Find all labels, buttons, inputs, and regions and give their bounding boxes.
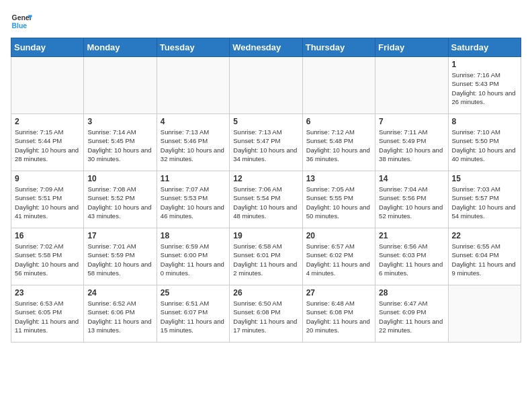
weekday-header-tuesday: Tuesday bbox=[157, 38, 229, 57]
day-info: Sunrise: 7:07 AM Sunset: 5:53 PM Dayligh… bbox=[161, 185, 226, 220]
week-row-1: 1Sunrise: 7:16 AM Sunset: 5:43 PM Daylig… bbox=[11, 57, 521, 114]
day-number: 27 bbox=[306, 288, 371, 298]
logo: General Blue bbox=[11, 11, 32, 32]
day-number: 7 bbox=[379, 117, 444, 126]
day-number: 15 bbox=[452, 174, 517, 183]
calendar-cell: 22Sunrise: 6:55 AM Sunset: 6:04 PM Dayli… bbox=[448, 228, 521, 285]
calendar-cell: 15Sunrise: 7:03 AM Sunset: 5:57 PM Dayli… bbox=[448, 171, 521, 228]
day-number: 26 bbox=[233, 288, 298, 298]
calendar-cell: 27Sunrise: 6:48 AM Sunset: 6:08 PM Dayli… bbox=[302, 285, 375, 342]
weekday-header-thursday: Thursday bbox=[302, 38, 375, 57]
svg-text:Blue: Blue bbox=[12, 22, 28, 30]
calendar-cell: 17Sunrise: 7:01 AM Sunset: 5:59 PM Dayli… bbox=[84, 228, 157, 285]
calendar-cell: 13Sunrise: 7:05 AM Sunset: 5:55 PM Dayli… bbox=[302, 171, 375, 228]
weekday-header-saturday: Saturday bbox=[448, 38, 521, 57]
weekday-header-sunday: Sunday bbox=[11, 38, 84, 57]
calendar-cell: 16Sunrise: 7:02 AM Sunset: 5:58 PM Dayli… bbox=[11, 228, 84, 285]
day-info: Sunrise: 7:10 AM Sunset: 5:50 PM Dayligh… bbox=[452, 128, 517, 163]
calendar-cell: 23Sunrise: 6:53 AM Sunset: 6:05 PM Dayli… bbox=[11, 285, 84, 342]
calendar-cell bbox=[11, 57, 84, 114]
day-info: Sunrise: 7:05 AM Sunset: 5:55 PM Dayligh… bbox=[306, 185, 371, 220]
calendar-cell: 19Sunrise: 6:58 AM Sunset: 6:01 PM Dayli… bbox=[230, 228, 302, 285]
day-info: Sunrise: 7:06 AM Sunset: 5:54 PM Dayligh… bbox=[233, 185, 298, 220]
day-number: 6 bbox=[306, 117, 371, 126]
calendar-cell: 5Sunrise: 7:13 AM Sunset: 5:47 PM Daylig… bbox=[230, 114, 302, 171]
calendar-cell: 20Sunrise: 6:57 AM Sunset: 6:02 PM Dayli… bbox=[302, 228, 375, 285]
day-number: 1 bbox=[452, 60, 517, 69]
calendar-cell: 1Sunrise: 7:16 AM Sunset: 5:43 PM Daylig… bbox=[448, 57, 521, 114]
day-number: 23 bbox=[15, 288, 80, 298]
calendar-cell: 28Sunrise: 6:47 AM Sunset: 6:09 PM Dayli… bbox=[375, 285, 448, 342]
day-info: Sunrise: 7:03 AM Sunset: 5:57 PM Dayligh… bbox=[452, 185, 517, 220]
calendar-cell: 25Sunrise: 6:51 AM Sunset: 6:07 PM Dayli… bbox=[157, 285, 229, 342]
calendar-cell: 26Sunrise: 6:50 AM Sunset: 6:08 PM Dayli… bbox=[230, 285, 302, 342]
calendar-cell: 6Sunrise: 7:12 AM Sunset: 5:48 PM Daylig… bbox=[302, 114, 375, 171]
calendar-table: SundayMondayTuesdayWednesdayThursdayFrid… bbox=[11, 38, 521, 342]
day-info: Sunrise: 6:53 AM Sunset: 6:05 PM Dayligh… bbox=[15, 299, 80, 334]
calendar-cell: 2Sunrise: 7:15 AM Sunset: 5:44 PM Daylig… bbox=[11, 114, 84, 171]
day-number: 28 bbox=[379, 288, 444, 298]
calendar-cell bbox=[157, 57, 229, 114]
day-info: Sunrise: 6:58 AM Sunset: 6:01 PM Dayligh… bbox=[233, 242, 298, 277]
day-number: 14 bbox=[379, 174, 444, 183]
day-info: Sunrise: 7:11 AM Sunset: 5:49 PM Dayligh… bbox=[379, 128, 444, 163]
day-info: Sunrise: 7:04 AM Sunset: 5:56 PM Dayligh… bbox=[379, 185, 444, 220]
calendar-cell: 11Sunrise: 7:07 AM Sunset: 5:53 PM Dayli… bbox=[157, 171, 229, 228]
day-info: Sunrise: 6:48 AM Sunset: 6:08 PM Dayligh… bbox=[306, 299, 371, 334]
day-info: Sunrise: 7:12 AM Sunset: 5:48 PM Dayligh… bbox=[306, 128, 371, 163]
weekday-header-row: SundayMondayTuesdayWednesdayThursdayFrid… bbox=[11, 38, 521, 57]
day-number: 20 bbox=[306, 231, 371, 240]
calendar-cell: 3Sunrise: 7:14 AM Sunset: 5:45 PM Daylig… bbox=[84, 114, 157, 171]
day-number: 16 bbox=[15, 231, 80, 240]
weekday-header-monday: Monday bbox=[84, 38, 157, 57]
day-info: Sunrise: 6:57 AM Sunset: 6:02 PM Dayligh… bbox=[306, 242, 371, 277]
calendar-cell bbox=[84, 57, 157, 114]
day-number: 5 bbox=[233, 117, 298, 126]
day-info: Sunrise: 7:08 AM Sunset: 5:52 PM Dayligh… bbox=[87, 185, 152, 220]
day-number: 18 bbox=[161, 231, 226, 240]
day-number: 24 bbox=[87, 288, 152, 298]
day-number: 21 bbox=[379, 231, 444, 240]
week-row-5: 23Sunrise: 6:53 AM Sunset: 6:05 PM Dayli… bbox=[11, 285, 521, 342]
day-number: 4 bbox=[161, 117, 226, 126]
calendar-cell bbox=[230, 57, 302, 114]
calendar-cell: 14Sunrise: 7:04 AM Sunset: 5:56 PM Dayli… bbox=[375, 171, 448, 228]
day-info: Sunrise: 7:14 AM Sunset: 5:45 PM Dayligh… bbox=[87, 128, 152, 163]
week-row-4: 16Sunrise: 7:02 AM Sunset: 5:58 PM Dayli… bbox=[11, 228, 521, 285]
day-number: 22 bbox=[452, 231, 517, 240]
day-info: Sunrise: 7:15 AM Sunset: 5:44 PM Dayligh… bbox=[15, 128, 80, 163]
day-info: Sunrise: 6:56 AM Sunset: 6:03 PM Dayligh… bbox=[379, 242, 444, 277]
day-info: Sunrise: 6:59 AM Sunset: 6:00 PM Dayligh… bbox=[161, 242, 226, 277]
day-number: 8 bbox=[452, 117, 517, 126]
day-info: Sunrise: 7:01 AM Sunset: 5:59 PM Dayligh… bbox=[87, 242, 152, 277]
day-info: Sunrise: 7:13 AM Sunset: 5:46 PM Dayligh… bbox=[161, 128, 226, 163]
day-info: Sunrise: 6:55 AM Sunset: 6:04 PM Dayligh… bbox=[452, 242, 517, 277]
calendar-cell: 8Sunrise: 7:10 AM Sunset: 5:50 PM Daylig… bbox=[448, 114, 521, 171]
day-number: 13 bbox=[306, 174, 371, 183]
day-info: Sunrise: 6:47 AM Sunset: 6:09 PM Dayligh… bbox=[379, 299, 444, 334]
day-number: 12 bbox=[233, 174, 298, 183]
calendar-cell: 7Sunrise: 7:11 AM Sunset: 5:49 PM Daylig… bbox=[375, 114, 448, 171]
calendar-cell: 4Sunrise: 7:13 AM Sunset: 5:46 PM Daylig… bbox=[157, 114, 229, 171]
day-number: 10 bbox=[87, 174, 152, 183]
day-number: 25 bbox=[161, 288, 226, 298]
week-row-3: 9Sunrise: 7:09 AM Sunset: 5:51 PM Daylig… bbox=[11, 171, 521, 228]
weekday-header-wednesday: Wednesday bbox=[230, 38, 302, 57]
day-info: Sunrise: 7:02 AM Sunset: 5:58 PM Dayligh… bbox=[15, 242, 80, 277]
day-number: 17 bbox=[87, 231, 152, 240]
calendar-cell bbox=[302, 57, 375, 114]
day-number: 9 bbox=[15, 174, 80, 183]
day-info: Sunrise: 6:50 AM Sunset: 6:08 PM Dayligh… bbox=[233, 299, 298, 334]
day-info: Sunrise: 7:09 AM Sunset: 5:51 PM Dayligh… bbox=[15, 185, 80, 220]
calendar-cell: 10Sunrise: 7:08 AM Sunset: 5:52 PM Dayli… bbox=[84, 171, 157, 228]
calendar-cell: 12Sunrise: 7:06 AM Sunset: 5:54 PM Dayli… bbox=[230, 171, 302, 228]
calendar-cell: 24Sunrise: 6:52 AM Sunset: 6:06 PM Dayli… bbox=[84, 285, 157, 342]
day-number: 11 bbox=[161, 174, 226, 183]
day-info: Sunrise: 6:52 AM Sunset: 6:06 PM Dayligh… bbox=[87, 299, 152, 334]
day-info: Sunrise: 6:51 AM Sunset: 6:07 PM Dayligh… bbox=[161, 299, 226, 334]
calendar-cell: 21Sunrise: 6:56 AM Sunset: 6:03 PM Dayli… bbox=[375, 228, 448, 285]
day-number: 19 bbox=[233, 231, 298, 240]
page-header: General Blue bbox=[11, 11, 521, 32]
day-number: 2 bbox=[15, 117, 80, 126]
weekday-header-friday: Friday bbox=[375, 38, 448, 57]
